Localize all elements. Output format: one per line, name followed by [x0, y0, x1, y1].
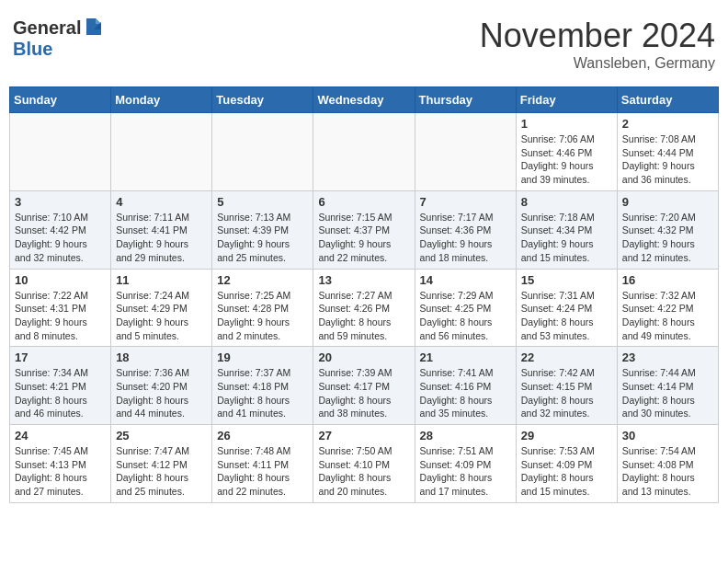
calendar: SundayMondayTuesdayWednesdayThursdayFrid… [9, 86, 719, 503]
weekday-header-sunday: Sunday [10, 87, 111, 113]
day-number: 14 [420, 273, 511, 287]
location: Wansleben, Germany [480, 55, 715, 72]
day-number: 16 [622, 273, 713, 287]
day-number: 17 [15, 350, 106, 364]
logo-blue-text: Blue [13, 39, 52, 59]
day-info: Sunrise: 7:22 AM Sunset: 4:31 PM Dayligh… [15, 289, 106, 343]
day-number: 6 [318, 195, 409, 209]
day-info: Sunrise: 7:53 AM Sunset: 4:09 PM Dayligh… [521, 444, 612, 499]
calendar-cell: 30Sunrise: 7:54 AM Sunset: 4:08 PM Dayli… [617, 425, 718, 503]
day-number: 3 [15, 195, 106, 209]
calendar-cell: 22Sunrise: 7:42 AM Sunset: 4:15 PM Dayli… [516, 347, 617, 425]
calendar-cell: 27Sunrise: 7:50 AM Sunset: 4:10 PM Dayli… [313, 425, 415, 503]
day-number: 13 [318, 273, 409, 287]
weekday-header-wednesday: Wednesday [313, 87, 415, 113]
calendar-cell [415, 113, 516, 191]
day-info: Sunrise: 7:34 AM Sunset: 4:21 PM Dayligh… [15, 366, 106, 420]
calendar-cell [212, 113, 313, 191]
day-number: 5 [217, 195, 308, 209]
day-info: Sunrise: 7:48 AM Sunset: 4:11 PM Dayligh… [217, 444, 308, 499]
month-title: November 2024 [480, 17, 715, 55]
day-info: Sunrise: 7:25 AM Sunset: 4:28 PM Dayligh… [217, 289, 308, 343]
day-info: Sunrise: 7:50 AM Sunset: 4:10 PM Dayligh… [318, 444, 409, 499]
day-number: 2 [622, 117, 713, 131]
calendar-cell: 4Sunrise: 7:11 AM Sunset: 4:41 PM Daylig… [111, 190, 212, 269]
calendar-cell: 28Sunrise: 7:51 AM Sunset: 4:09 PM Dayli… [415, 425, 516, 503]
day-info: Sunrise: 7:06 AM Sunset: 4:46 PM Dayligh… [521, 132, 612, 187]
weekday-header-monday: Monday [111, 87, 212, 113]
calendar-cell: 14Sunrise: 7:29 AM Sunset: 4:25 PM Dayli… [415, 269, 516, 347]
calendar-cell: 23Sunrise: 7:44 AM Sunset: 4:14 PM Dayli… [617, 347, 718, 425]
day-number: 24 [15, 429, 106, 442]
calendar-cell: 21Sunrise: 7:41 AM Sunset: 4:16 PM Dayli… [415, 347, 516, 425]
day-info: Sunrise: 7:42 AM Sunset: 4:15 PM Dayligh… [521, 366, 612, 420]
day-info: Sunrise: 7:47 AM Sunset: 4:12 PM Dayligh… [116, 444, 207, 499]
calendar-cell: 24Sunrise: 7:45 AM Sunset: 4:13 PM Dayli… [10, 425, 111, 503]
title-area: November 2024 Wansleben, Germany [480, 17, 715, 72]
day-info: Sunrise: 7:31 AM Sunset: 4:24 PM Dayligh… [521, 289, 612, 343]
day-info: Sunrise: 7:24 AM Sunset: 4:29 PM Dayligh… [116, 289, 207, 343]
header: General Blue November 2024 Wansleben, Ge… [9, 9, 719, 79]
week-row-5: 24Sunrise: 7:45 AM Sunset: 4:13 PM Dayli… [10, 425, 719, 503]
day-info: Sunrise: 7:54 AM Sunset: 4:08 PM Dayligh… [622, 444, 713, 499]
calendar-cell: 15Sunrise: 7:31 AM Sunset: 4:24 PM Dayli… [516, 269, 617, 347]
calendar-cell: 9Sunrise: 7:20 AM Sunset: 4:32 PM Daylig… [617, 190, 718, 269]
day-info: Sunrise: 7:11 AM Sunset: 4:41 PM Dayligh… [116, 211, 207, 265]
calendar-cell: 3Sunrise: 7:10 AM Sunset: 4:42 PM Daylig… [10, 190, 111, 269]
calendar-cell [111, 113, 212, 191]
week-row-1: 1Sunrise: 7:06 AM Sunset: 4:46 PM Daylig… [10, 113, 719, 191]
day-number: 21 [420, 350, 511, 364]
weekday-header-tuesday: Tuesday [212, 87, 313, 113]
weekday-header-thursday: Thursday [415, 87, 516, 113]
logo-icon [83, 17, 105, 39]
calendar-cell: 10Sunrise: 7:22 AM Sunset: 4:31 PM Dayli… [10, 269, 111, 347]
day-number: 25 [116, 429, 207, 442]
calendar-cell: 18Sunrise: 7:36 AM Sunset: 4:20 PM Dayli… [111, 347, 212, 425]
day-info: Sunrise: 7:45 AM Sunset: 4:13 PM Dayligh… [15, 444, 106, 499]
day-number: 9 [622, 195, 713, 209]
day-info: Sunrise: 7:32 AM Sunset: 4:22 PM Dayligh… [622, 289, 713, 343]
day-number: 19 [217, 350, 308, 364]
calendar-cell: 19Sunrise: 7:37 AM Sunset: 4:18 PM Dayli… [212, 347, 313, 425]
calendar-cell: 7Sunrise: 7:17 AM Sunset: 4:36 PM Daylig… [415, 190, 516, 269]
calendar-cell: 11Sunrise: 7:24 AM Sunset: 4:29 PM Dayli… [111, 269, 212, 347]
calendar-cell: 2Sunrise: 7:08 AM Sunset: 4:44 PM Daylig… [617, 113, 718, 191]
day-number: 29 [521, 429, 612, 442]
calendar-cell: 25Sunrise: 7:47 AM Sunset: 4:12 PM Dayli… [111, 425, 212, 503]
day-number: 26 [217, 429, 308, 442]
day-info: Sunrise: 7:41 AM Sunset: 4:16 PM Dayligh… [420, 366, 511, 420]
day-number: 10 [15, 273, 106, 287]
day-number: 15 [521, 273, 612, 287]
day-info: Sunrise: 7:29 AM Sunset: 4:25 PM Dayligh… [420, 289, 511, 343]
day-number: 4 [116, 195, 207, 209]
day-info: Sunrise: 7:13 AM Sunset: 4:39 PM Dayligh… [217, 211, 308, 265]
day-number: 22 [521, 350, 612, 364]
calendar-cell: 1Sunrise: 7:06 AM Sunset: 4:46 PM Daylig… [516, 113, 617, 191]
calendar-cell: 8Sunrise: 7:18 AM Sunset: 4:34 PM Daylig… [516, 190, 617, 269]
day-number: 18 [116, 350, 207, 364]
calendar-cell: 17Sunrise: 7:34 AM Sunset: 4:21 PM Dayli… [10, 347, 111, 425]
calendar-cell: 20Sunrise: 7:39 AM Sunset: 4:17 PM Dayli… [313, 347, 415, 425]
calendar-cell: 16Sunrise: 7:32 AM Sunset: 4:22 PM Dayli… [617, 269, 718, 347]
day-info: Sunrise: 7:27 AM Sunset: 4:26 PM Dayligh… [318, 289, 409, 343]
calendar-cell: 12Sunrise: 7:25 AM Sunset: 4:28 PM Dayli… [212, 269, 313, 347]
day-number: 28 [420, 429, 511, 442]
calendar-cell: 5Sunrise: 7:13 AM Sunset: 4:39 PM Daylig… [212, 190, 313, 269]
day-info: Sunrise: 7:10 AM Sunset: 4:42 PM Dayligh… [15, 211, 106, 265]
day-number: 8 [521, 195, 612, 209]
week-row-4: 17Sunrise: 7:34 AM Sunset: 4:21 PM Dayli… [10, 347, 719, 425]
day-number: 23 [622, 350, 713, 364]
day-info: Sunrise: 7:39 AM Sunset: 4:17 PM Dayligh… [318, 366, 409, 420]
logo-general-text: General [13, 17, 81, 39]
day-info: Sunrise: 7:20 AM Sunset: 4:32 PM Dayligh… [622, 211, 713, 265]
week-row-3: 10Sunrise: 7:22 AM Sunset: 4:31 PM Dayli… [10, 269, 719, 347]
day-info: Sunrise: 7:08 AM Sunset: 4:44 PM Dayligh… [622, 132, 713, 187]
day-number: 12 [217, 273, 308, 287]
calendar-cell: 6Sunrise: 7:15 AM Sunset: 4:37 PM Daylig… [313, 190, 415, 269]
weekday-header-saturday: Saturday [617, 87, 718, 113]
calendar-cell: 13Sunrise: 7:27 AM Sunset: 4:26 PM Dayli… [313, 269, 415, 347]
week-row-2: 3Sunrise: 7:10 AM Sunset: 4:42 PM Daylig… [10, 190, 719, 269]
day-info: Sunrise: 7:15 AM Sunset: 4:37 PM Dayligh… [318, 211, 409, 265]
day-info: Sunrise: 7:51 AM Sunset: 4:09 PM Dayligh… [420, 444, 511, 499]
logo: General Blue [13, 17, 105, 60]
